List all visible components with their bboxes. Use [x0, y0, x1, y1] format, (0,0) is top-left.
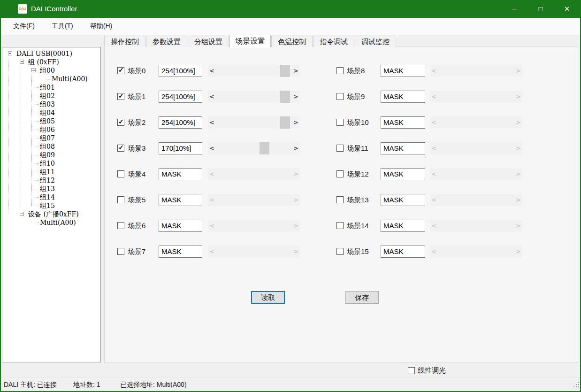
scene-value-input-13[interactable]: MASK	[381, 194, 425, 206]
scrollbar-left-arrow-icon[interactable]: <	[208, 91, 216, 103]
scene-value-input-8[interactable]: MASK	[381, 65, 425, 77]
tab-5[interactable]: 指令调试	[313, 36, 354, 47]
tree-expander-icon[interactable]	[20, 212, 24, 216]
scene-scrollbar-10[interactable]: <>	[430, 116, 522, 129]
scene-scrollbar-13[interactable]: <>	[430, 194, 522, 206]
tab-0[interactable]: 操作控制	[104, 36, 145, 47]
scene-scrollbar-3[interactable]: <>	[208, 142, 300, 154]
tree-item-label[interactable]: 组14	[40, 193, 55, 201]
tree-item[interactable]: 组06	[2, 125, 100, 134]
tree-item[interactable]: 组01	[2, 83, 100, 92]
tab-2[interactable]: 分组设置	[188, 36, 229, 47]
scrollbar-right-arrow-icon[interactable]: >	[292, 65, 300, 77]
scrollbar-left-arrow-icon[interactable]: <	[430, 91, 438, 103]
tree-item-label[interactable]: Multi(A00)	[52, 75, 88, 83]
tree-item[interactable]: 组15	[2, 201, 100, 210]
close-icon[interactable]: ✕	[554, 0, 580, 18]
tree-expander-icon[interactable]	[8, 51, 12, 55]
scene-checkbox-13[interactable]	[336, 196, 344, 203]
tree-item-label[interactable]: 组15	[40, 201, 55, 210]
tree-item[interactable]: 组11	[2, 168, 100, 176]
scrollbar-right-arrow-icon[interactable]: >	[514, 194, 522, 206]
scene-checkbox-3[interactable]: ✓	[117, 145, 124, 152]
scrollbar-thumb[interactable]	[280, 91, 290, 103]
scene-scrollbar-11[interactable]: <>	[430, 142, 522, 154]
tab-3[interactable]: 场景设置	[229, 35, 271, 47]
tree-item-label[interactable]: 组12	[40, 176, 55, 184]
scene-value-input-14[interactable]: MASK	[381, 220, 425, 232]
maximize-icon[interactable]: □	[527, 0, 554, 18]
scene-checkbox-15[interactable]	[336, 248, 344, 255]
scene-value-input-12[interactable]: MASK	[381, 168, 425, 180]
scrollbar-left-arrow-icon[interactable]: <	[208, 116, 216, 129]
scene-value-input-11[interactable]: MASK	[381, 142, 425, 154]
scene-scrollbar-15[interactable]: <>	[430, 246, 522, 258]
scrollbar-right-arrow-icon[interactable]: >	[514, 65, 522, 77]
scene-checkbox-14[interactable]	[336, 222, 344, 229]
scene-value-input-15[interactable]: MASK	[381, 246, 425, 258]
tree-item[interactable]: 组05	[2, 117, 100, 125]
scene-scrollbar-8[interactable]: <>	[430, 65, 522, 77]
tree-item[interactable]: 设备 (广播0xFF)	[2, 210, 100, 218]
tree-item[interactable]: Multi(A00)	[2, 218, 100, 227]
tree-item-label[interactable]: 组08	[40, 142, 55, 151]
tree-item-label[interactable]: 设备 (广播0xFF)	[28, 210, 79, 218]
tree-expander-icon[interactable]	[20, 60, 24, 64]
scene-scrollbar-1[interactable]: <>	[208, 91, 300, 103]
tree-item-label[interactable]: 组11	[40, 168, 55, 176]
scrollbar-right-arrow-icon[interactable]: >	[292, 220, 300, 232]
scene-scrollbar-5[interactable]: <>	[208, 194, 300, 206]
scrollbar-left-arrow-icon[interactable]: <	[430, 116, 438, 129]
scene-checkbox-0[interactable]: ✓	[117, 67, 124, 74]
scrollbar-thumb[interactable]	[280, 65, 290, 77]
tree-expander-icon[interactable]	[31, 68, 36, 72]
scrollbar-right-arrow-icon[interactable]: >	[292, 168, 300, 180]
scrollbar-left-arrow-icon[interactable]: <	[430, 65, 438, 77]
scene-value-input-6[interactable]: MASK	[159, 220, 202, 232]
scrollbar-left-arrow-icon[interactable]: <	[208, 220, 216, 232]
scrollbar-left-arrow-icon[interactable]: <	[208, 246, 216, 258]
scene-scrollbar-12[interactable]: <>	[430, 168, 522, 180]
tree-item-label[interactable]: 组00	[40, 66, 55, 75]
tree-item[interactable]: 组02	[2, 92, 100, 100]
tab-4[interactable]: 色温控制	[271, 36, 313, 47]
tab-6[interactable]: 调试监控	[355, 36, 396, 47]
scene-checkbox-5[interactable]	[117, 196, 124, 203]
scene-scrollbar-14[interactable]: <>	[430, 220, 522, 232]
scrollbar-right-arrow-icon[interactable]: >	[514, 168, 522, 180]
scrollbar-left-arrow-icon[interactable]: <	[208, 194, 216, 206]
scene-checkbox-7[interactable]	[117, 248, 124, 255]
scene-value-input-4[interactable]: MASK	[159, 168, 202, 180]
tree-item-label[interactable]: 组07	[40, 134, 55, 142]
scene-value-input-9[interactable]: MASK	[381, 91, 425, 103]
tree-item[interactable]: 组08	[2, 142, 100, 151]
tree-item[interactable]: 组13	[2, 184, 100, 193]
scene-value-input-0[interactable]: 254[100%]	[159, 65, 202, 77]
scrollbar-right-arrow-icon[interactable]: >	[292, 91, 300, 103]
scene-checkbox-2[interactable]: ✓	[117, 119, 124, 126]
scrollbar-thumb[interactable]	[260, 142, 269, 154]
tree-item-label[interactable]: Multi(A00)	[40, 218, 76, 227]
scene-scrollbar-0[interactable]: <>	[208, 65, 300, 77]
scene-checkbox-1[interactable]: ✓	[117, 93, 124, 100]
tree-item-label[interactable]: 组 (0xFF)	[28, 58, 59, 66]
tree-item-label[interactable]: 组01	[40, 83, 55, 92]
tab-1[interactable]: 参数设置	[146, 36, 187, 47]
scrollbar-right-arrow-icon[interactable]: >	[292, 116, 300, 129]
scene-scrollbar-7[interactable]: <>	[208, 246, 300, 258]
scrollbar-left-arrow-icon[interactable]: <	[208, 168, 216, 180]
scrollbar-right-arrow-icon[interactable]: >	[292, 142, 300, 154]
tree-item[interactable]: 组00	[2, 66, 100, 75]
scene-checkbox-6[interactable]	[117, 222, 124, 229]
tree-item-label[interactable]: 组06	[40, 125, 55, 134]
scrollbar-right-arrow-icon[interactable]: >	[292, 246, 300, 258]
minimize-icon[interactable]: ─	[501, 0, 527, 18]
tree-item-label[interactable]: 组10	[40, 159, 55, 168]
tree-item[interactable]: DALI USB(0001)	[2, 49, 100, 58]
scrollbar-right-arrow-icon[interactable]: >	[514, 91, 522, 103]
tree-item[interactable]: 组03	[2, 100, 100, 108]
tree-item[interactable]: 组10	[2, 159, 100, 168]
tree-item-label[interactable]: 组02	[40, 92, 55, 100]
scene-scrollbar-2[interactable]: <>	[208, 116, 300, 129]
scrollbar-left-arrow-icon[interactable]: <	[208, 142, 216, 154]
